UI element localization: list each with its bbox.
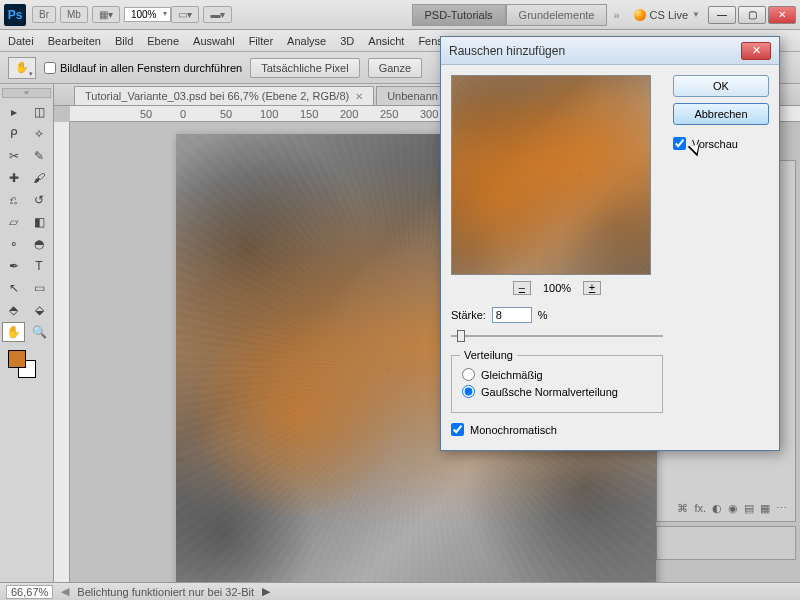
actual-pixels-button[interactable]: Tatsächliche Pixel <box>250 58 359 78</box>
color-swatches[interactable] <box>2 350 51 386</box>
menu-filter[interactable]: Filter <box>249 35 273 47</box>
lasso-tool[interactable]: ᑭ <box>2 124 25 144</box>
foreground-swatch[interactable] <box>8 350 26 368</box>
menu-file[interactable]: Datei <box>8 35 34 47</box>
zoom-tool[interactable]: 🔍 <box>28 322 51 342</box>
menu-layer[interactable]: Ebene <box>147 35 179 47</box>
fit-screen-button[interactable]: Ganze <box>368 58 422 78</box>
move-tool[interactable]: ▸ <box>2 102 25 122</box>
close-icon[interactable]: ✕ <box>355 91 363 102</box>
view-extras-button[interactable]: ▦▾ <box>92 6 120 23</box>
preview-thumbnail[interactable] <box>451 75 651 275</box>
panel-shadow-bottom <box>656 526 796 560</box>
scroll-all-checkbox[interactable]: Bildlauf in allen Fenstern durchführen <box>44 62 242 74</box>
cslive-icon <box>634 9 646 21</box>
monochrome-checkbox[interactable]: Monochromatisch <box>451 423 663 436</box>
menu-3d[interactable]: 3D <box>340 35 354 47</box>
menu-select[interactable]: Auswahl <box>193 35 235 47</box>
status-zoom[interactable]: 66,67% <box>6 585 53 599</box>
window-close[interactable]: ✕ <box>768 6 796 24</box>
ok-button[interactable]: OK <box>673 75 769 97</box>
toolbox-collapse[interactable]: « <box>2 88 51 98</box>
newlayer-icon[interactable]: ▦ <box>760 502 770 515</box>
cslive-button[interactable]: CS Live ▼ <box>634 9 700 21</box>
status-message: Belichtung funktioniert nur bei 32-Bit <box>77 586 254 598</box>
trash-icon[interactable]: ⋯ <box>776 502 787 515</box>
3d-tool[interactable]: ⬘ <box>2 300 25 320</box>
path-tool[interactable]: ↖ <box>2 278 25 298</box>
gradient-tool[interactable]: ◧ <box>28 212 51 232</box>
cslive-label: CS Live <box>650 9 689 21</box>
status-arrow-r[interactable]: ▶ <box>262 585 270 598</box>
window-maximize[interactable]: ▢ <box>738 6 766 24</box>
pen-tool[interactable]: ✒ <box>2 256 25 276</box>
arrange-button[interactable]: ▭▾ <box>171 6 199 23</box>
bridge-button[interactable]: Br <box>32 6 56 23</box>
distribution-group: Verteilung Gleichmäßig Gaußsche Normalve… <box>451 355 663 413</box>
heal-tool[interactable]: ✚ <box>2 168 25 188</box>
strength-slider[interactable] <box>451 329 663 343</box>
toolbox: « ▸ ◫ ᑭ ✧ ✂ ✎ ✚ 🖌 ⎌ ↺ ▱ ◧ ∘ ◓ ✒ T ↖ ▭ ⬘ … <box>0 84 54 582</box>
slider-thumb[interactable] <box>457 330 465 342</box>
zoom-out-button[interactable]: – <box>513 281 531 295</box>
app-titlebar: Ps Br Mb ▦▾ 100% ▭▾ ▬▾ PSD-Tutorials Gru… <box>0 0 800 30</box>
adjust-icon[interactable]: ◉ <box>728 502 738 515</box>
add-noise-dialog: Rauschen hinzufügen ✕ – 100% + Stärke: % <box>440 36 780 451</box>
link-icon[interactable]: ⌘ <box>677 502 688 515</box>
mask-icon[interactable]: ◐ <box>712 502 722 515</box>
crop-tool[interactable]: ✂ <box>2 146 25 166</box>
zoom-in-button[interactable]: + <box>583 281 601 295</box>
workspace-more[interactable]: » <box>607 5 625 25</box>
brush-tool[interactable]: 🖌 <box>28 168 51 188</box>
zoom-percent: 100% <box>543 282 571 294</box>
wand-tool[interactable]: ✧ <box>28 124 51 144</box>
group-icon[interactable]: ▤ <box>744 502 754 515</box>
type-tool[interactable]: T <box>28 256 51 276</box>
dialog-close-button[interactable]: ✕ <box>741 42 771 60</box>
dialog-titlebar[interactable]: Rauschen hinzufügen ✕ <box>441 37 779 65</box>
ruler-vertical <box>54 122 70 582</box>
ps-logo: Ps <box>4 4 26 26</box>
stamp-tool[interactable]: ⎌ <box>2 190 25 210</box>
marquee-tool[interactable]: ◫ <box>28 102 51 122</box>
workspace-tab[interactable]: Grundelemente <box>506 4 608 26</box>
strength-input[interactable] <box>492 307 532 323</box>
percent-label: % <box>538 309 548 321</box>
shape-tool[interactable]: ▭ <box>28 278 51 298</box>
uniform-radio[interactable]: Gleichmäßig <box>462 368 652 381</box>
tool-preset-hand[interactable]: ✋ <box>8 57 36 79</box>
eyedropper-tool[interactable]: ✎ <box>28 146 51 166</box>
hand-tool[interactable]: ✋ <box>2 322 25 342</box>
dialog-title: Rauschen hinzufügen <box>449 44 565 58</box>
menu-edit[interactable]: Bearbeiten <box>48 35 101 47</box>
window-minimize[interactable]: — <box>708 6 736 24</box>
strength-label: Stärke: <box>451 309 486 321</box>
document-tab-1[interactable]: Tutorial_Variante_03.psd bei 66,7% (Eben… <box>74 86 374 105</box>
fx-icon[interactable]: fx. <box>694 502 706 515</box>
3dcam-tool[interactable]: ⬙ <box>28 300 51 320</box>
status-arrow-l[interactable]: ◀ <box>61 585 69 598</box>
layer-panel-icons: ⌘ fx. ◐ ◉ ▤ ▦ ⋯ <box>657 498 795 519</box>
distribution-legend: Verteilung <box>460 349 517 361</box>
minibridge-button[interactable]: Mb <box>60 6 88 23</box>
screenmode-button[interactable]: ▬▾ <box>203 6 232 23</box>
eraser-tool[interactable]: ▱ <box>2 212 25 232</box>
menu-analysis[interactable]: Analyse <box>287 35 326 47</box>
blur-tool[interactable]: ∘ <box>2 234 25 254</box>
menu-image[interactable]: Bild <box>115 35 133 47</box>
status-bar: 66,67% ◀ Belichtung funktioniert nur bei… <box>0 582 800 600</box>
zoom-combo[interactable]: 100% <box>124 7 172 22</box>
history-brush-tool[interactable]: ↺ <box>28 190 51 210</box>
cancel-button[interactable]: Abbrechen <box>673 103 769 125</box>
dodge-tool[interactable]: ◓ <box>28 234 51 254</box>
gaussian-radio[interactable]: Gaußsche Normalverteilung <box>462 385 652 398</box>
menu-view[interactable]: Ansicht <box>368 35 404 47</box>
workspace-tab-active[interactable]: PSD-Tutorials <box>412 4 506 26</box>
document-tab-2[interactable]: Unbenann <box>376 86 449 105</box>
preview-checkbox[interactable]: Vorschau <box>673 137 769 150</box>
